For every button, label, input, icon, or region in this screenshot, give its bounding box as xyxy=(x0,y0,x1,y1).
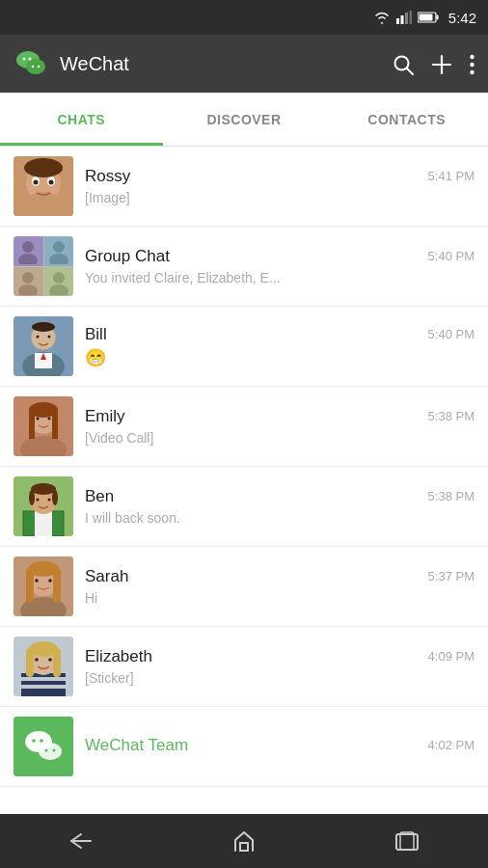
chat-preview-sarah: Hi xyxy=(85,590,97,606)
svg-point-36 xyxy=(53,272,65,284)
svg-point-78 xyxy=(35,658,39,662)
battery-icon xyxy=(418,12,439,23)
svg-point-12 xyxy=(38,66,41,68)
avatar-emily xyxy=(14,396,73,456)
chat-time-wechat-team: 4:02 PM xyxy=(428,738,474,752)
svg-rect-6 xyxy=(419,14,432,21)
top-actions xyxy=(393,51,474,76)
svg-point-10 xyxy=(29,58,32,61)
chat-info-elizabeth: Elizabeth 4:09 PM [Sticker] xyxy=(85,647,474,687)
chat-time-elizabeth: 4:09 PM xyxy=(428,649,474,664)
svg-rect-51 xyxy=(29,410,35,439)
svg-point-85 xyxy=(39,743,62,760)
top-bar: WeChat xyxy=(0,35,488,93)
svg-point-19 xyxy=(470,70,474,74)
chat-info-wechat-team: WeChat Team 4:02 PM xyxy=(85,736,474,758)
svg-point-30 xyxy=(22,241,34,253)
status-bar: 5:42 xyxy=(0,0,488,35)
svg-line-14 xyxy=(407,68,414,75)
chat-info-emily: Emily 5:38 PM [Video Call] xyxy=(85,407,474,447)
svg-rect-90 xyxy=(240,843,248,851)
avatar-sarah xyxy=(14,556,73,616)
svg-rect-81 xyxy=(26,648,34,677)
svg-point-87 xyxy=(40,739,43,743)
svg-point-37 xyxy=(49,285,68,295)
svg-rect-3 xyxy=(409,11,412,24)
svg-point-54 xyxy=(48,418,51,420)
svg-point-34 xyxy=(22,272,34,284)
svg-rect-70 xyxy=(53,568,61,603)
svg-point-17 xyxy=(470,55,474,59)
svg-point-25 xyxy=(34,180,39,185)
svg-rect-2 xyxy=(405,13,408,24)
tab-contacts[interactable]: CONTACTS xyxy=(325,93,488,146)
chat-name-wechat-team: WeChat Team xyxy=(85,736,188,755)
status-time: 5:42 xyxy=(448,10,476,26)
more-options-icon[interactable] xyxy=(470,51,474,76)
back-button[interactable] xyxy=(52,822,110,860)
chat-item-emily[interactable]: Emily 5:38 PM [Video Call] xyxy=(0,387,488,467)
svg-point-46 xyxy=(32,322,55,332)
svg-point-88 xyxy=(45,749,48,752)
svg-point-64 xyxy=(52,490,58,505)
avatar-ben xyxy=(14,476,73,536)
chat-time-sarah: 5:37 PM xyxy=(428,569,474,583)
svg-point-18 xyxy=(470,63,474,67)
tab-discover[interactable]: DISCOVER xyxy=(163,93,326,146)
chat-time-ben: 5:38 PM xyxy=(428,489,474,503)
chat-name-emily: Emily xyxy=(85,407,125,426)
svg-point-60 xyxy=(37,499,40,502)
chat-item-rossy[interactable]: Rossy 5:41 PM [Image] xyxy=(0,147,488,227)
svg-rect-1 xyxy=(400,15,403,24)
chat-time-emily: 5:38 PM xyxy=(428,409,474,423)
svg-point-53 xyxy=(37,418,40,420)
avatar-wechat-team xyxy=(14,717,73,776)
chat-name-sarah: Sarah xyxy=(85,567,128,586)
svg-point-79 xyxy=(48,658,52,662)
avatar-bill xyxy=(14,316,73,376)
svg-point-33 xyxy=(49,254,68,264)
tab-bar: CHATS DISCOVER CONTACTS xyxy=(0,93,488,147)
chat-item-elizabeth[interactable]: Elizabeth 4:09 PM [Sticker] xyxy=(0,627,488,707)
svg-point-35 xyxy=(18,285,38,295)
add-icon[interactable] xyxy=(431,51,452,76)
search-icon[interactable] xyxy=(393,51,414,76)
svg-point-45 xyxy=(48,336,51,339)
wifi-icon xyxy=(373,11,391,24)
chat-preview-rossy: [Image] xyxy=(85,190,130,205)
status-icons: 5:42 xyxy=(373,10,476,26)
svg-point-11 xyxy=(32,66,35,68)
svg-point-27 xyxy=(28,187,38,194)
avatar-group xyxy=(14,236,73,296)
tab-chats[interactable]: CHATS xyxy=(0,93,163,146)
avatar-rossy xyxy=(14,156,73,216)
app-logo xyxy=(14,45,50,82)
svg-rect-52 xyxy=(52,410,58,439)
chat-name-group: Group Chat xyxy=(85,247,170,266)
svg-point-31 xyxy=(18,254,38,264)
svg-point-89 xyxy=(53,749,56,752)
svg-point-29 xyxy=(24,158,63,177)
chat-name-rossy: Rossy xyxy=(85,167,130,186)
chat-name-ben: Ben xyxy=(85,487,114,506)
svg-rect-76 xyxy=(21,685,66,689)
svg-point-28 xyxy=(49,187,59,194)
recents-button[interactable] xyxy=(378,822,436,860)
svg-rect-0 xyxy=(396,18,399,24)
svg-rect-58 xyxy=(35,511,52,536)
svg-point-8 xyxy=(26,59,45,74)
chat-info-group: Group Chat 5:40 PM You invited Claire, E… xyxy=(85,247,474,286)
chat-preview-ben: I will back soon. xyxy=(85,510,180,526)
chat-preview-elizabeth: [Sticker] xyxy=(85,670,134,686)
svg-point-86 xyxy=(32,739,36,743)
chat-item-wechat-team[interactable]: WeChat Team 4:02 PM xyxy=(0,707,488,787)
chat-item-group[interactable]: Group Chat 5:40 PM You invited Claire, E… xyxy=(0,227,488,307)
chat-info-sarah: Sarah 5:37 PM Hi xyxy=(85,567,474,607)
svg-point-44 xyxy=(37,336,40,339)
chat-preview-group: You invited Claire, Elizabeth, E... xyxy=(85,270,281,285)
chat-item-ben[interactable]: Ben 5:38 PM I will back soon. xyxy=(0,467,488,547)
home-button[interactable] xyxy=(215,822,273,860)
chat-item-sarah[interactable]: Sarah 5:37 PM Hi xyxy=(0,547,488,627)
chat-item-bill[interactable]: Bill 5:40 PM 😁 xyxy=(0,307,488,387)
avatar-elizabeth xyxy=(14,637,73,696)
